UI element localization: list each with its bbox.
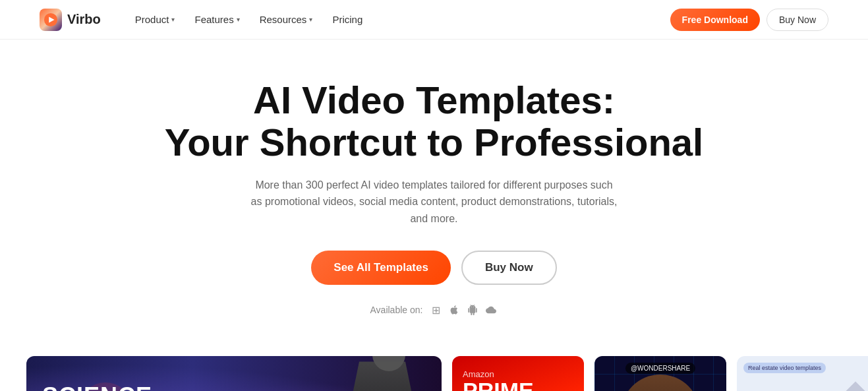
apple-icon (448, 303, 461, 316)
available-on: Available on: ⊞ (13, 303, 855, 316)
free-download-button[interactable]: Free Download (670, 9, 760, 31)
card-prime-day[interactable]: Amazon PRIME DAY Member Day 50% off (452, 356, 584, 391)
buy-now-hero-button[interactable]: Buy Now (461, 251, 557, 285)
cards-row: SCIENCETUTORIAL Unveiling The Wonders Of… (0, 356, 868, 391)
card-wondershare[interactable]: @WONDERSHARE (594, 356, 726, 391)
hero-section: AI Video Templates: Your Shortcut to Pro… (0, 40, 868, 343)
card-real-estate[interactable]: Real estate video templates TALKING AMOD… (737, 356, 868, 391)
android-icon (466, 303, 479, 316)
hero-subtitle: More than 300 perfect AI video templates… (250, 177, 619, 227)
nav-links: Product ▾ Features ▾ Resources ▾ Pricing (127, 10, 670, 29)
cloud-icon (484, 303, 498, 316)
card-science-text: SCIENCETUTORIAL Unveiling The Wonders Of… (42, 384, 167, 391)
chevron-down-icon: ▾ (237, 16, 240, 23)
hero-title: AI Video Templates: Your Shortcut to Pro… (151, 79, 718, 164)
svg-marker-10 (829, 382, 868, 391)
nav-item-resources[interactable]: Resources ▾ (252, 10, 321, 29)
windows-icon: ⊞ (429, 303, 442, 316)
logo-wordmark: Virbo (67, 12, 101, 27)
platform-icons: ⊞ (429, 303, 498, 316)
carousel-section: ‹ › SCIENCETUTORIAL Unveiling The Wonder… (0, 343, 868, 391)
logo-icon (40, 9, 62, 31)
nav-actions: Free Download Buy Now (670, 9, 828, 31)
realestate-badge: Real estate video templates (743, 363, 826, 373)
card-science-title: SCIENCETUTORIAL (42, 384, 167, 391)
navbar: Virbo Product ▾ Features ▾ Resources ▾ P… (0, 0, 868, 40)
hero-buttons: See All Templates Buy Now (13, 251, 855, 285)
prime-title: PRIME DAY (463, 379, 573, 391)
nav-item-features[interactable]: Features ▾ (187, 10, 247, 29)
logo-link[interactable]: Virbo (40, 9, 101, 31)
nav-item-pricing[interactable]: Pricing (324, 10, 370, 29)
buy-now-nav-button[interactable]: Buy Now (767, 9, 828, 31)
chevron-down-icon: ▾ (171, 16, 175, 23)
chevron-down-icon: ▾ (309, 16, 312, 23)
card-person-image (310, 356, 442, 391)
nav-item-product[interactable]: Product ▾ (127, 10, 183, 29)
house-decoration (823, 376, 868, 391)
wonder-glow (594, 356, 726, 391)
card-science-tutorial[interactable]: SCIENCETUTORIAL Unveiling The Wonders Of… (26, 356, 442, 391)
see-all-templates-button[interactable]: See All Templates (311, 251, 451, 285)
